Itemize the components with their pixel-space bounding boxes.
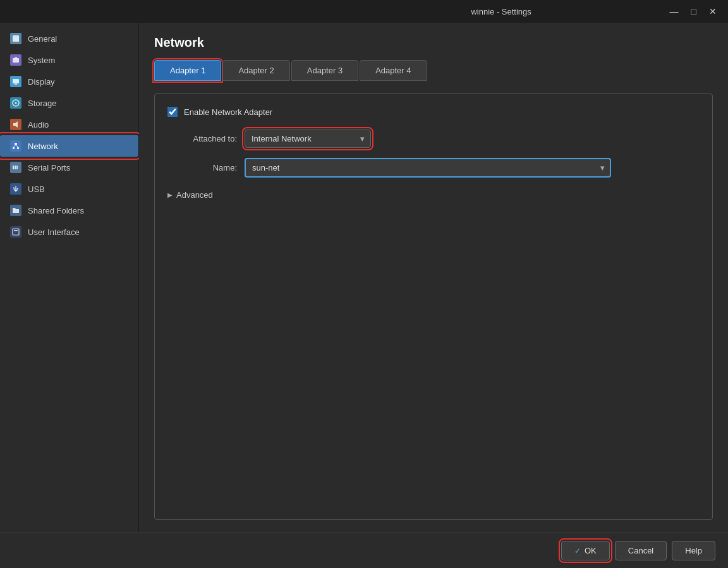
adapter-tabs: Adapter 1 Adapter 2 Adapter 3 Adapter 4 xyxy=(154,60,713,81)
sidebar-label-audio: Audio xyxy=(28,120,49,130)
sidebar-item-user-interface[interactable]: User Interface xyxy=(0,221,138,243)
minimize-button[interactable]: — xyxy=(666,6,682,17)
titlebar: winnie - Settings — □ ✕ xyxy=(0,0,728,23)
ui-icon xyxy=(10,226,21,238)
sidebar-label-shared: Shared Folders xyxy=(28,206,84,215)
name-row: Name: sun-net default intnet ▾ xyxy=(167,158,700,178)
svg-rect-17 xyxy=(14,230,18,231)
sidebar: General System Display Storage xyxy=(0,23,139,533)
ok-button[interactable]: ✓ OK xyxy=(561,541,610,560)
audio-icon xyxy=(10,119,21,130)
svg-line-12 xyxy=(16,145,18,147)
advanced-arrow-icon: ▶ xyxy=(167,191,173,198)
sidebar-label-serial: Serial Ports xyxy=(28,163,70,172)
ok-checkmark-icon: ✓ xyxy=(574,547,581,555)
sidebar-item-general[interactable]: General xyxy=(0,28,138,49)
storage-icon xyxy=(10,97,21,109)
attached-to-dropdown-container: Internal Network NAT Bridged Adapter Hos… xyxy=(245,130,371,148)
sidebar-label-usb: USB xyxy=(28,184,45,194)
tab-adapter4[interactable]: Adapter 4 xyxy=(360,60,427,81)
window-title: winnie - Settings xyxy=(337,7,666,16)
display-icon xyxy=(10,76,21,87)
sidebar-label-ui: User Interface xyxy=(28,227,80,237)
sidebar-item-usb[interactable]: USB xyxy=(0,178,138,200)
svg-rect-1 xyxy=(13,58,19,63)
sidebar-item-audio[interactable]: Audio xyxy=(0,114,138,135)
help-button[interactable]: Help xyxy=(672,541,715,560)
svg-rect-10 xyxy=(17,147,19,149)
close-button[interactable]: ✕ xyxy=(705,6,720,17)
cancel-button[interactable]: Cancel xyxy=(615,541,667,560)
sidebar-item-display[interactable]: Display xyxy=(0,71,138,92)
sidebar-label-network: Network xyxy=(28,142,58,151)
advanced-label: Advanced xyxy=(176,190,213,200)
main-content: General System Display Storage xyxy=(0,23,728,533)
enable-network-adapter-checkbox[interactable] xyxy=(167,107,178,117)
tab-adapter2[interactable]: Adapter 2 xyxy=(222,60,289,81)
tab-adapter1[interactable]: Adapter 1 xyxy=(154,60,221,81)
attached-to-row: Attached to: Internal Network NAT Bridge… xyxy=(167,130,700,148)
sidebar-label-system: System xyxy=(28,56,55,65)
serial-icon xyxy=(10,162,21,173)
settings-window: winnie - Settings — □ ✕ General System xyxy=(0,0,728,568)
ok-label: OK xyxy=(585,546,597,555)
svg-rect-14 xyxy=(15,166,16,169)
enable-adapter-row: Enable Network Adapter xyxy=(167,107,700,117)
svg-rect-9 xyxy=(13,147,15,149)
attached-to-dropdown[interactable]: Internal Network NAT Bridged Adapter Hos… xyxy=(245,130,371,148)
sidebar-item-storage[interactable]: Storage xyxy=(0,92,138,114)
attached-to-label: Attached to: xyxy=(167,134,237,143)
sidebar-label-general: General xyxy=(28,34,57,44)
network-icon xyxy=(10,140,21,152)
svg-line-11 xyxy=(14,145,16,147)
svg-rect-13 xyxy=(13,166,14,169)
sidebar-label-storage: Storage xyxy=(28,99,57,108)
advanced-row[interactable]: ▶ Advanced xyxy=(167,188,700,202)
system-icon xyxy=(10,54,21,66)
shared-folder-icon xyxy=(10,205,21,216)
svg-rect-3 xyxy=(13,79,19,83)
svg-rect-16 xyxy=(13,229,19,235)
sidebar-item-network[interactable]: Network xyxy=(0,135,138,157)
sidebar-item-shared-folders[interactable]: Shared Folders xyxy=(0,200,138,221)
sidebar-item-system[interactable]: System xyxy=(0,49,138,71)
titlebar-controls: — □ ✕ xyxy=(666,6,720,17)
name-label: Name: xyxy=(167,163,237,172)
tab-adapter3[interactable]: Adapter 3 xyxy=(291,60,358,81)
enable-adapter-label: Enable Network Adapter xyxy=(184,107,272,117)
svg-marker-7 xyxy=(13,121,18,128)
settings-panel: Enable Network Adapter Attached to: Inte… xyxy=(154,94,713,520)
content-area: Network Adapter 1 Adapter 2 Adapter 3 Ad… xyxy=(139,23,728,533)
page-title: Network xyxy=(154,35,713,50)
general-icon xyxy=(10,33,21,44)
maximize-button[interactable]: □ xyxy=(688,6,700,17)
svg-rect-8 xyxy=(15,143,17,145)
svg-rect-4 xyxy=(15,83,17,85)
name-dropdown-container: sun-net default intnet ▾ xyxy=(245,158,611,178)
sidebar-label-display: Display xyxy=(28,77,55,87)
svg-rect-0 xyxy=(13,35,19,42)
cancel-label: Cancel xyxy=(628,546,653,555)
svg-rect-15 xyxy=(16,166,18,169)
svg-rect-2 xyxy=(15,57,17,59)
help-label: Help xyxy=(685,546,702,555)
usb-icon xyxy=(10,183,21,195)
sidebar-item-serial-ports[interactable]: Serial Ports xyxy=(0,157,138,178)
name-dropdown[interactable]: sun-net default intnet xyxy=(245,158,611,178)
footer: ✓ OK Cancel Help xyxy=(0,533,728,568)
svg-point-6 xyxy=(15,102,17,104)
